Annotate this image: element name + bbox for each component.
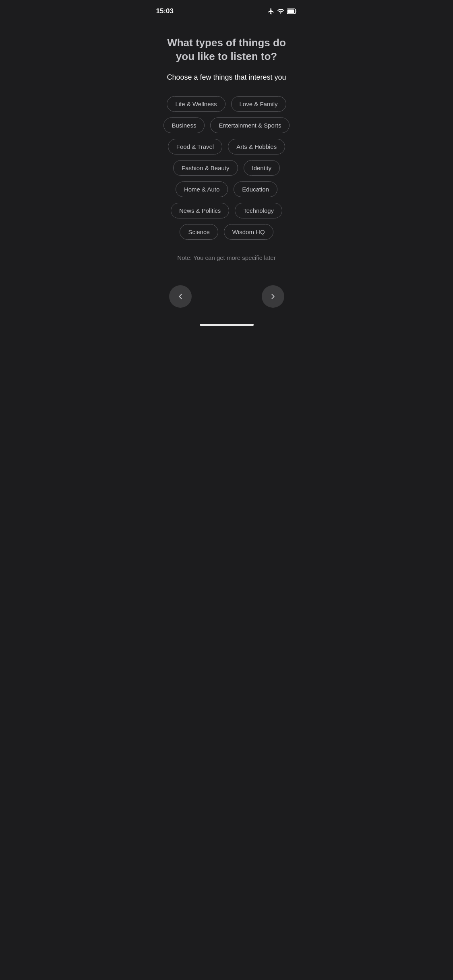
home-indicator-bar [200, 324, 254, 326]
tag-wisdom-hq[interactable]: Wisdom HQ [224, 224, 273, 240]
home-indicator [148, 320, 305, 329]
forward-button[interactable] [262, 285, 284, 308]
navigation-buttons [158, 285, 296, 308]
wifi-icon [277, 8, 284, 15]
forward-arrow-icon [269, 292, 277, 301]
tag-technology[interactable]: Technology [235, 203, 282, 218]
tag-entertainment-sports[interactable]: Entertainment & Sports [210, 117, 290, 133]
status-bar: 15:03 [148, 0, 305, 20]
tag-fashion-beauty[interactable]: Fashion & Beauty [173, 160, 238, 176]
status-time: 15:03 [156, 7, 174, 15]
battery-icon [287, 8, 297, 14]
tag-arts-hobbies[interactable]: Arts & Hobbies [228, 139, 285, 154]
tag-education[interactable]: Education [234, 181, 277, 197]
status-icons [267, 8, 297, 15]
tags-container: Life & WellnessLove & FamilyBusinessEnte… [158, 96, 296, 240]
svg-rect-1 [287, 10, 294, 13]
page-title: What types of things do you like to list… [158, 36, 296, 64]
airplane-icon [267, 8, 275, 15]
main-content: What types of things do you like to list… [148, 20, 305, 320]
tag-home-auto[interactable]: Home & Auto [176, 181, 228, 197]
tag-business[interactable]: Business [163, 117, 205, 133]
tag-life-wellness[interactable]: Life & Wellness [167, 96, 225, 112]
tag-identity[interactable]: Identity [244, 160, 280, 176]
note-text: Note: You can get more specific later [177, 254, 275, 261]
tag-love-family[interactable]: Love & Family [231, 96, 286, 112]
tag-food-travel[interactable]: Food & Travel [168, 139, 222, 154]
tag-news-politics[interactable]: News & Politics [171, 203, 229, 218]
page-subtitle: Choose a few things that interest you [167, 73, 286, 82]
back-button[interactable] [169, 285, 192, 308]
back-arrow-icon [176, 292, 185, 301]
tag-science[interactable]: Science [180, 224, 218, 240]
